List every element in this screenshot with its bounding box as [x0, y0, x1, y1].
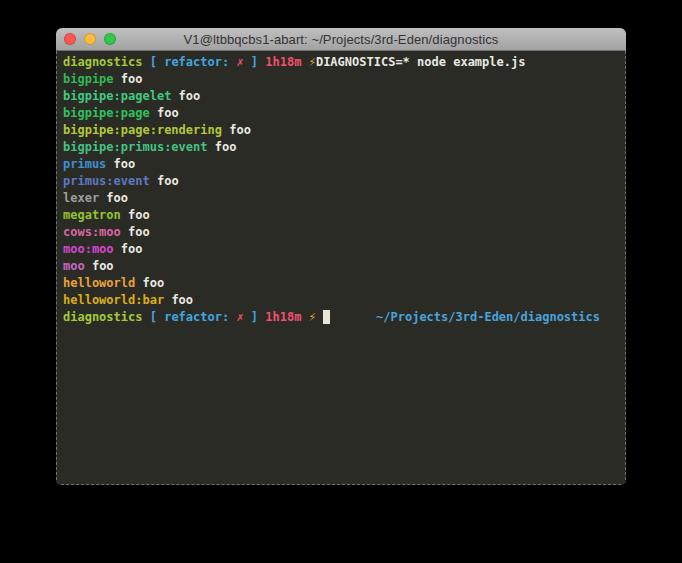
- terminal-text-segment: 1h18m: [265, 310, 308, 324]
- terminal-text-segment: lexer: [63, 191, 99, 205]
- terminal-text-segment: ✗: [236, 310, 243, 324]
- terminal-line: bigpipe:primus:event foo: [63, 139, 619, 156]
- terminal-text-segment: foo: [150, 174, 179, 188]
- terminal-text-segment: foo: [208, 140, 237, 154]
- terminal-text-segment: megatron: [63, 208, 121, 222]
- terminal-text-segment: [ refactor:: [150, 310, 237, 324]
- terminal-line: primus foo: [63, 156, 619, 173]
- terminal-text-segment: foo: [121, 225, 150, 239]
- desktop-background: V1@ltbbqcbs1-abart: ~/Projects/3rd-Eden/…: [0, 0, 682, 563]
- terminal-line: cows:moo foo: [63, 224, 619, 241]
- terminal-line: diagnostics [ refactor: ✗ ] 1h18m ⚡ ~/Pr…: [63, 309, 619, 326]
- terminal-text-segment: bigpipe:page: [63, 106, 150, 120]
- traffic-lights: [64, 33, 116, 45]
- prompt-right-path: ~/Projects/3rd-Eden/diagnostics: [376, 309, 600, 326]
- terminal-text-segment: foo: [135, 276, 164, 290]
- terminal-line: primus:event foo: [63, 173, 619, 190]
- terminal-text-segment: foo: [114, 72, 143, 86]
- terminal-line: moo:moo foo: [63, 241, 619, 258]
- terminal-text-segment: moo:moo: [63, 242, 114, 256]
- minimize-button[interactable]: [84, 33, 96, 45]
- terminal-line: lexer foo: [63, 190, 619, 207]
- terminal-window: V1@ltbbqcbs1-abart: ~/Projects/3rd-Eden/…: [56, 28, 626, 485]
- terminal-text-segment: bigpipe:pagelet: [63, 89, 171, 103]
- terminal-text-segment: ✗: [236, 55, 243, 69]
- terminal-text-segment: diagnostics: [63, 55, 150, 69]
- terminal-text-segment: ⚡: [309, 55, 316, 69]
- terminal-text-segment: bigpipe:page:rendering: [63, 123, 222, 137]
- terminal-text-segment: foo: [150, 106, 179, 120]
- terminal-text-segment: primus: [63, 157, 106, 171]
- close-button[interactable]: [64, 33, 76, 45]
- terminal-line: bigpipe foo: [63, 71, 619, 88]
- terminal-text-segment: [ refactor:: [150, 55, 237, 69]
- terminal-text-segment: moo: [63, 259, 85, 273]
- terminal-text-segment: helloworld:bar: [63, 293, 164, 307]
- terminal-line: bigpipe:page:rendering foo: [63, 122, 619, 139]
- terminal-text-segment: ]: [244, 55, 266, 69]
- terminal-text-segment: 1h18m: [265, 55, 308, 69]
- terminal-text-segment: DIAGNOSTICS=* node example.js: [316, 55, 526, 69]
- terminal-line: helloworld foo: [63, 275, 619, 292]
- terminal-text-segment: bigpipe:primus:event: [63, 140, 208, 154]
- terminal-text-segment: cows:moo: [63, 225, 121, 239]
- terminal-line: diagnostics [ refactor: ✗ ] 1h18m ⚡DIAGN…: [63, 54, 619, 71]
- terminal-text-segment: foo: [99, 191, 128, 205]
- terminal-text-segment: ]: [244, 310, 266, 324]
- window-title: V1@ltbbqcbs1-abart: ~/Projects/3rd-Eden/…: [184, 32, 499, 47]
- terminal-text-segment: foo: [222, 123, 251, 137]
- terminal-text-segment: foo: [121, 208, 150, 222]
- terminal-text-segment: helloworld: [63, 276, 135, 290]
- zoom-button[interactable]: [104, 33, 116, 45]
- terminal-text-segment: foo: [171, 89, 200, 103]
- terminal-text-segment: bigpipe: [63, 72, 114, 86]
- terminal-line: helloworld:bar foo: [63, 292, 619, 309]
- terminal-line: moo foo: [63, 258, 619, 275]
- terminal-text-segment: foo: [106, 157, 135, 171]
- terminal-line: bigpipe:page foo: [63, 105, 619, 122]
- terminal-text-segment: foo: [114, 242, 143, 256]
- terminal-line: megatron foo: [63, 207, 619, 224]
- terminal-cursor: [323, 310, 330, 324]
- terminal-line: bigpipe:pagelet foo: [63, 88, 619, 105]
- terminal-text-segment: foo: [85, 259, 114, 273]
- terminal-text-segment: ⚡: [309, 310, 323, 324]
- terminal-text-segment: primus:event: [63, 174, 150, 188]
- window-titlebar[interactable]: V1@ltbbqcbs1-abart: ~/Projects/3rd-Eden/…: [56, 28, 626, 51]
- terminal-text-segment: diagnostics: [63, 310, 150, 324]
- terminal-content[interactable]: diagnostics [ refactor: ✗ ] 1h18m ⚡DIAGN…: [56, 51, 626, 485]
- terminal-text-segment: foo: [164, 293, 193, 307]
